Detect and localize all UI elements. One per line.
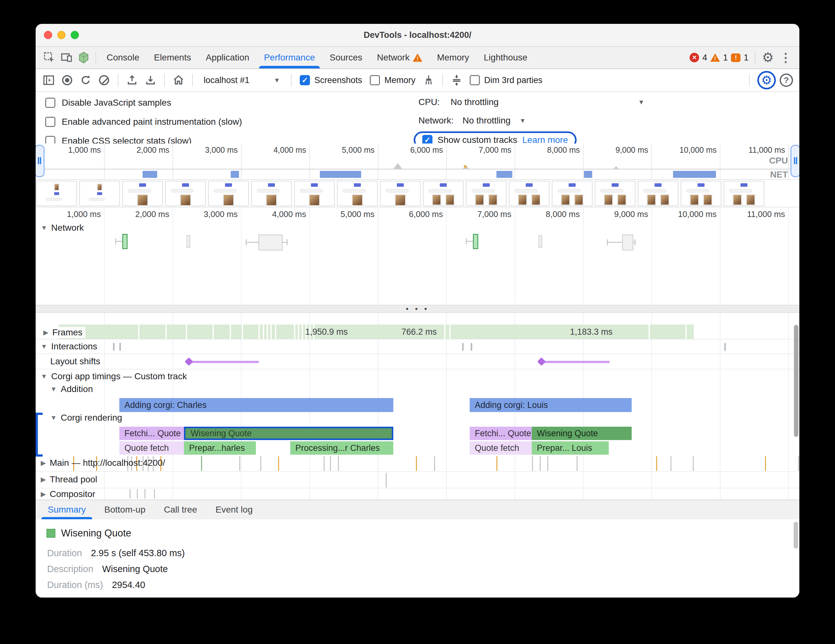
settings-gear-icon[interactable]: ⚙ — [762, 51, 774, 64]
compositor-toggle[interactable]: ▶ Compositor — [41, 489, 95, 499]
layout-shifts-track[interactable]: Layout shifts — [36, 354, 799, 370]
timing-bar[interactable]: Wisening Quote — [184, 427, 393, 440]
filmstrip-thumbnail[interactable] — [165, 181, 206, 206]
memory-checkbox[interactable]: Memory — [367, 75, 418, 85]
details-tab[interactable]: Bottom-up — [96, 500, 154, 519]
more-options-icon[interactable]: ⋮ — [777, 52, 794, 64]
timing-bar[interactable]: Adding corgi: Louis — [469, 398, 632, 412]
device-toolbar-icon[interactable] — [58, 49, 75, 66]
network-track-toggle[interactable]: ▼ Network — [41, 223, 84, 233]
filmstrip-thumbnail[interactable] — [423, 181, 464, 206]
network-request[interactable] — [36, 208, 799, 305]
network-throttle-select[interactable]: Network: No throttling ▼ — [418, 115, 526, 126]
error-icon[interactable]: ✕ — [690, 53, 699, 62]
overview-right-handle[interactable]: ‖ — [790, 145, 799, 177]
inspect-icon[interactable] — [41, 49, 58, 66]
addition-group-header[interactable]: ▼ Addition — [36, 384, 799, 396]
record-button[interactable] — [59, 72, 75, 88]
filmstrip-thumbnail[interactable] — [251, 181, 292, 206]
devtools-tab[interactable]: Memory ! — [430, 47, 476, 68]
compositor-track[interactable]: ▶ Compositor — [36, 488, 799, 500]
timing-bar[interactable]: Wisening Quote — [532, 427, 632, 440]
error-count[interactable]: 4 — [702, 53, 707, 63]
devtools-tab[interactable]: Application ! — [198, 47, 257, 68]
devtools-tab[interactable]: Console ! — [99, 47, 147, 68]
filmstrip-thumbnail[interactable] — [122, 181, 163, 206]
interactions-track[interactable]: ▼ Interactions — [36, 339, 799, 354]
summary-scrollbar[interactable] — [794, 522, 798, 548]
frames-track[interactable]: 1,950.9 ms766.2 ms1,183.3 ms ▶ Frames — [36, 313, 799, 339]
screenshots-checkbox[interactable]: ✓ Screenshots — [297, 75, 365, 85]
details-tab[interactable]: Call tree — [156, 500, 205, 519]
frames-track-toggle[interactable]: ▶ Frames — [40, 327, 86, 338]
filmstrip-thumbnail[interactable] — [337, 181, 378, 206]
filmstrip-thumbnail[interactable] — [724, 181, 764, 206]
interactions-track-toggle[interactable]: ▼ Interactions — [41, 341, 97, 352]
zoom-button[interactable] — [71, 31, 79, 39]
memory-label: Memory — [384, 75, 416, 85]
timing-bar[interactable]: Quote fetch — [119, 441, 184, 455]
details-tab[interactable]: Summary — [39, 500, 94, 519]
devtools-tab[interactable]: Elements ! — [147, 47, 198, 68]
help-button[interactable]: ? — [778, 72, 794, 88]
reload-record-button[interactable] — [78, 72, 94, 88]
issues-icon[interactable]: ! — [731, 54, 741, 62]
flamechart-pane[interactable]: 1,950.9 ms766.2 ms1,183.3 ms ▶ Frames ▼ … — [36, 313, 799, 500]
timeline-overview[interactable]: 1,000 ms2,000 ms3,000 ms4,000 ms5,000 ms… — [36, 143, 799, 180]
collect-garbage-icon[interactable] — [421, 72, 437, 88]
filmstrip-thumbnail[interactable] — [208, 181, 249, 206]
shrink-icon[interactable] — [449, 72, 465, 88]
devtools-tab[interactable]: Network ! — [369, 47, 430, 68]
settings-checkbox-row[interactable]: Disable JavaScript samples — [45, 95, 242, 110]
clear-button[interactable] — [96, 72, 112, 88]
layout-shift-cluster[interactable] — [541, 361, 610, 363]
minimize-button[interactable] — [57, 31, 65, 39]
main-thread-track[interactable]: ▶ Main — http://localhost:4200/ — [36, 455, 799, 472]
settings-checkbox-row[interactable]: Enable advanced paint instrumentation (s… — [45, 114, 242, 130]
warning-count[interactable]: 1 — [723, 53, 728, 63]
filmstrip-thumbnail[interactable] — [79, 181, 120, 206]
timing-bar[interactable]: Prepar...harles — [184, 441, 256, 455]
thread-pool-toggle[interactable]: ▶ Thread pool — [41, 474, 97, 485]
overview-left-handle[interactable]: ‖ — [36, 145, 45, 177]
timing-bar[interactable]: Fetchi... Quote — [119, 427, 184, 440]
panes-divider[interactable]: • • • — [36, 305, 799, 313]
upload-profile-button[interactable] — [124, 72, 140, 88]
thread-pool-track[interactable]: ▶ Thread pool — [36, 472, 799, 488]
warning-badge-icon[interactable]: ! — [710, 54, 720, 62]
details-tab[interactable]: Event log — [207, 500, 261, 519]
network-pane[interactable]: 1,000 ms2,000 ms3,000 ms4,000 ms5,000 ms… — [36, 208, 799, 305]
timing-bar[interactable]: Quote fetch — [469, 441, 532, 455]
toggle-sidebar-icon[interactable] — [41, 72, 57, 88]
cpu-throttle-select[interactable]: CPU: No throttling ▼ — [418, 97, 644, 107]
filmstrip-thumbnail[interactable] — [509, 181, 549, 206]
download-profile-button[interactable] — [143, 72, 158, 88]
flamechart-scrollbar[interactable] — [794, 325, 798, 437]
filmstrip-thumbnail[interactable] — [552, 181, 593, 206]
filmstrip-thumbnail[interactable] — [380, 181, 421, 206]
filmstrip-thumbnail[interactable] — [294, 181, 335, 206]
capture-settings-button[interactable]: ⚙ — [757, 71, 776, 89]
rendering-group-header[interactable]: ▼ Corgi rendering — [36, 413, 799, 426]
devtools-tab[interactable]: Performance ! — [257, 47, 322, 68]
timing-bar[interactable]: Adding corgi: Charles — [119, 398, 393, 412]
live-metrics-home-button[interactable] — [171, 72, 187, 88]
timing-bar[interactable]: Prepar... Louis — [532, 441, 609, 455]
target-select[interactable]: localhost #1 ▼ — [200, 72, 283, 88]
filmstrip-thumbnail[interactable] — [466, 181, 507, 206]
node-icon[interactable] — [75, 49, 92, 66]
filmstrip-thumbnail[interactable] — [681, 181, 721, 206]
layout-shift-cluster[interactable] — [188, 361, 259, 363]
filmstrip-thumbnail[interactable] — [36, 181, 77, 206]
dim-3rd-parties-checkbox[interactable]: Dim 3rd parties — [467, 75, 545, 85]
filmstrip-thumbnail[interactable] — [638, 181, 678, 206]
timing-bar[interactable]: Fetchi... Quote — [469, 427, 532, 440]
close-button[interactable] — [44, 31, 52, 39]
main-thread-toggle[interactable]: ▶ Main — http://localhost:4200/ — [41, 458, 165, 468]
custom-track-header[interactable]: ▼ Corgi app timings — Custom track — [36, 370, 799, 384]
timing-bar[interactable]: Processing...r Charles — [290, 441, 393, 455]
issue-count[interactable]: 1 — [744, 53, 749, 63]
devtools-tab[interactable]: Sources ! — [322, 47, 370, 68]
devtools-tab[interactable]: Lighthouse ! — [476, 47, 534, 68]
filmstrip-thumbnail[interactable] — [595, 181, 635, 206]
